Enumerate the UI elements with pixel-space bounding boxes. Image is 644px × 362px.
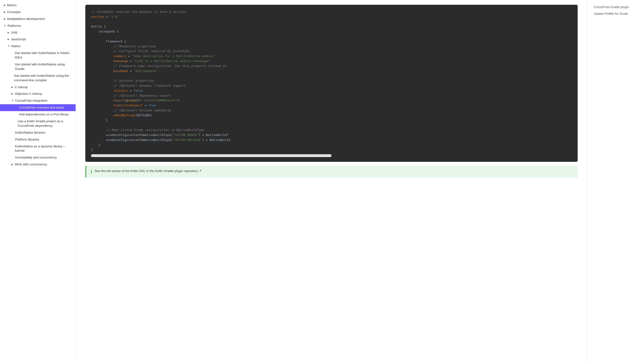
- code-line: [91, 34, 572, 39]
- code-line: summary = "Some description for a Kotlin…: [91, 54, 572, 59]
- sidebar-item-get-started-gradle[interactable]: Get started with Kotlin/Native using Gra…: [0, 61, 76, 72]
- code-line: // (Optional) Dynamic framework support: [91, 84, 572, 88]
- chevron-down-icon: [8, 44, 10, 48]
- sidebar-item-label: C interop: [15, 85, 28, 90]
- sidebar-item-platform-libraries[interactable]: Platform libraries: [0, 136, 76, 143]
- code-scrollbar[interactable]: [91, 154, 332, 157]
- sidebar-item-work-with-concurrency[interactable]: Work with concurrency: [0, 161, 76, 168]
- sidebar-item-label: Multiplatform development: [7, 17, 44, 21]
- info-icon: ℹ: [90, 169, 92, 174]
- chevron-right-icon: [4, 17, 6, 20]
- code-line: // Mandatory properties: [91, 44, 572, 49]
- code-line: kotlin {: [91, 24, 572, 29]
- toc-item-cocoapods-gradle-plugin[interactable]: CocoaPods Gradle plugin: [591, 4, 640, 10]
- code-line: }: [91, 118, 572, 123]
- sidebar-item-multiplatform[interactable]: Multiplatform development: [0, 16, 76, 22]
- code-line: // (Optional) Dependency export: [91, 93, 572, 98]
- code-line: isStatic = false: [91, 88, 572, 93]
- code-line: framework {: [91, 39, 572, 44]
- code-line: baseName = "MyFramework": [91, 69, 572, 74]
- sidebar-item-basics[interactable]: Basics: [0, 2, 76, 9]
- sidebar-item-kotlin-native-libraries[interactable]: Kotlin/Native libraries: [0, 129, 76, 136]
- chevron-right-icon: [8, 31, 10, 34]
- sidebar-item-label: Native: [11, 44, 20, 48]
- table-of-contents: CocoaPods Gradle pluginUpdate Podfile fo…: [587, 0, 644, 362]
- code-line: // Optional properties: [91, 78, 572, 84]
- sidebar-item-cocoapods-integration[interactable]: CocoaPods integration: [0, 97, 76, 104]
- sidebar-item-native[interactable]: Native: [0, 43, 76, 50]
- code-line: [91, 20, 572, 24]
- sidebar-item-label: Get started with Kotlin/Native in Intell…: [15, 51, 72, 60]
- sidebar-item-immutability[interactable]: Immutability and concurrency: [0, 154, 76, 161]
- code-line: version = "1.0": [91, 14, 572, 20]
- sidebar-item-concepts[interactable]: Concepts: [0, 9, 76, 16]
- chevron-right-icon: [8, 38, 10, 41]
- chevron-right-icon: [4, 4, 6, 7]
- sidebar-item-label: CocoaPods integration: [15, 98, 48, 103]
- sidebar-item-label: Immutability and concurrency: [15, 156, 57, 160]
- sidebar-item-platforms[interactable]: Platforms: [0, 22, 76, 30]
- sidebar-item-add-dependencies[interactable]: Add dependencies on a Pod library: [0, 111, 76, 118]
- sidebar-item-label: JavaScript: [11, 37, 26, 42]
- sidebar: BasicsConceptsMultiplatform developmentP…: [0, 0, 76, 362]
- code-line: // (Optional) Bitcode embedding: [91, 108, 572, 113]
- sidebar-item-kotlin-native-dynamic[interactable]: Kotlin/Native as a dynamic library – tut…: [0, 143, 76, 154]
- sidebar-item-get-started-cli[interactable]: Get started with Kotlin/Native using the…: [0, 72, 76, 84]
- sidebar-item-get-started-intellij[interactable]: Get started with Kotlin/Native in Intell…: [0, 50, 76, 61]
- sidebar-item-label: JVM: [11, 30, 17, 35]
- code-line: // CocoaPods requires the podspec to hav…: [91, 10, 572, 14]
- chevron-right-icon: [11, 163, 13, 166]
- sidebar-item-label: Use a Kotlin Gradle project as a CocoaPo…: [18, 119, 72, 128]
- code-line: }: [91, 142, 572, 148]
- code-line: // Framework name configuration. Use thi…: [91, 64, 572, 69]
- sidebar-item-label: Objective-C interop: [15, 92, 42, 96]
- code-line: // Configure fields required by CocoaPod…: [91, 49, 572, 54]
- sidebar-item-label: Get started with Kotlin/Native using Gra…: [15, 62, 72, 71]
- sidebar-item-label: Platform libraries: [15, 138, 39, 142]
- sidebar-item-label: Platforms: [8, 24, 21, 28]
- code-block: // CocoaPods requires the podspec to hav…: [85, 5, 578, 162]
- code-line: xcodeConfigurationToNativeBuildType["CUS…: [91, 133, 572, 138]
- code-line: }: [91, 147, 572, 152]
- sidebar-item-jvm[interactable]: JVM: [0, 30, 76, 36]
- code-line: homepage = "Link to a Kotlin/Native modu…: [91, 59, 572, 64]
- sidebar-item-label: Kotlin/Native as a dynamic library – tut…: [15, 144, 72, 153]
- sidebar-item-label: Add dependencies on a Pod library: [19, 112, 69, 117]
- sidebar-item-label: CocoaPods overview and setup: [19, 106, 64, 110]
- sidebar-item-label: Basics: [7, 3, 16, 8]
- code-line: [91, 74, 572, 78]
- code-line: xcodeConfigurationToNativeBuildType["CUS…: [91, 138, 572, 142]
- sidebar-item-label: Get started with Kotlin/Native using the…: [14, 74, 72, 83]
- toc-item-update-podfile[interactable]: Update Podfile for Xcode: [591, 10, 640, 17]
- sidebar-item-label: Kotlin/Native libraries: [15, 130, 45, 135]
- chevron-right-icon: [11, 86, 13, 89]
- sidebar-item-cocoapods-overview[interactable]: CocoaPods overview and setup: [0, 104, 76, 111]
- chevron-right-icon: [11, 92, 13, 96]
- code-line: [91, 123, 572, 128]
- code-line: export(project(":anotherKMMModule")): [91, 98, 572, 103]
- sidebar-item-javascript[interactable]: JavaScript: [0, 36, 76, 43]
- chevron-right-icon: [4, 10, 6, 14]
- code-line: transitiveExport = true: [91, 103, 572, 108]
- sidebar-item-c-interop[interactable]: C interop: [0, 84, 76, 91]
- code-line: embedBitcode(BITCODE): [91, 113, 572, 118]
- sidebar-item-label: Concepts: [7, 10, 20, 14]
- chevron-down-icon: [4, 24, 6, 28]
- chevron-down-icon: [11, 99, 14, 102]
- info-box: ℹ See the full syntax of the Kotlin DSL …: [85, 166, 578, 178]
- sidebar-item-use-kotlin-gradle[interactable]: Use a Kotlin Gradle project as a CocoaPo…: [0, 118, 76, 129]
- info-text: See the full syntax of the Kotlin DSL in…: [94, 169, 202, 173]
- sidebar-item-objc-interop[interactable]: Objective-C interop: [0, 90, 76, 97]
- code-line: // Maps custom Xcode configuration to Na…: [91, 128, 572, 133]
- main-content: // CocoaPods requires the podspec to hav…: [76, 0, 587, 362]
- code-line: cocoapods {: [91, 29, 572, 34]
- sidebar-item-label: Work with concurrency: [15, 162, 47, 167]
